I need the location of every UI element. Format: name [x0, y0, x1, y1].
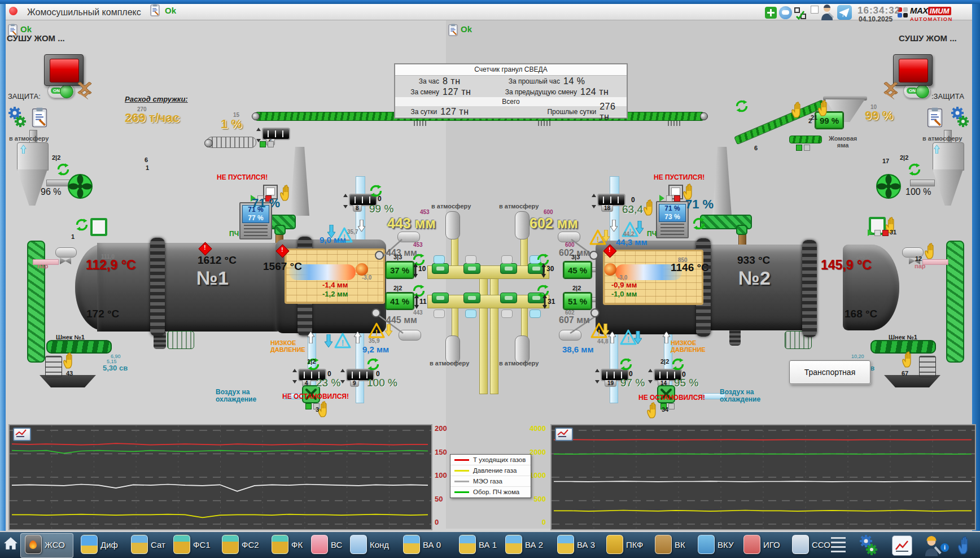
screw2-label: Шнек №1 — [889, 334, 917, 341]
axis-tick-label: 100 — [435, 472, 447, 479]
taskbar-item-ва3[interactable]: ВА 3 — [557, 535, 595, 554]
slider-5[interactable]: 5 — [262, 128, 290, 140]
hand-icon[interactable] — [901, 351, 916, 370]
axis-tick-label: 200 — [435, 425, 447, 433]
gas-valve[interactable] — [432, 293, 449, 303]
start-stop-icons[interactable] — [659, 195, 680, 202]
pressure2-value: 602 мм — [530, 216, 578, 231]
fan-duct-right — [910, 180, 935, 186]
alarm-diamond-icon: ! — [278, 246, 287, 256]
gas-valve[interactable] — [500, 293, 517, 303]
home-icon[interactable] — [3, 537, 18, 552]
hand-icon[interactable] — [817, 99, 832, 119]
status-clipboard-icon — [448, 24, 458, 38]
hand-icon[interactable] — [924, 242, 938, 261]
taskbar-item-фс1[interactable]: ФС1 — [173, 535, 211, 554]
taskbar-item-фк[interactable]: ФК — [272, 535, 303, 554]
taskbar-service-icon[interactable] — [920, 533, 943, 558]
taskbar-item-пкф[interactable]: ПКФ — [606, 535, 643, 554]
taskbar-item-ва1[interactable]: ВА 1 — [459, 535, 497, 554]
gas-valve[interactable] — [500, 263, 517, 274]
trend-settings-button[interactable] — [13, 428, 31, 441]
screw1-num: 43 — [66, 370, 73, 377]
taskbar-item-конд[interactable]: Конд — [350, 535, 389, 554]
taskbar-item-ссо[interactable]: ССО — [792, 535, 830, 554]
taskbar-item-вку[interactable]: ВКУ — [698, 535, 733, 554]
taskbar-item-жсо[interactable]: ЖСО — [25, 535, 65, 554]
settings-gears-icon[interactable] — [950, 106, 970, 131]
checkbox-icon[interactable] — [811, 6, 819, 14]
taskbar-item-фс2[interactable]: ФС2 — [222, 535, 259, 554]
report-clipboard-icon[interactable] — [927, 107, 943, 130]
gas-valve[interactable] — [463, 293, 480, 303]
axis-tick-label: 4000 — [523, 425, 546, 433]
drum2-ring — [802, 240, 817, 337]
taskbar-item-вк[interactable]: ВК — [655, 535, 685, 554]
taskbar-item-label: Конд — [370, 540, 389, 550]
alarm-not-started-left: НЕ ПУСТИЛСЯ! — [217, 174, 268, 181]
slider4-tag: 1|2 — [307, 359, 316, 365]
chat-icon[interactable] — [779, 6, 792, 19]
furnace1-dev2: -1,2 мм — [322, 290, 348, 298]
hand-icon[interactable] — [642, 199, 657, 218]
touch-hand-icon[interactable] — [956, 535, 973, 557]
taskbar-menu-icon[interactable] — [831, 537, 846, 554]
gas-valve[interactable] — [432, 263, 449, 274]
taskbar-item-icon — [173, 535, 190, 554]
logo-text-2: IMUM — [928, 7, 951, 15]
taskbar-item-иго[interactable]: ИГО — [743, 535, 780, 554]
taskbar-item-вс[interactable]: ВС — [311, 535, 342, 554]
damper2-value[interactable]: 41 % — [386, 293, 414, 309]
arrow-up-white-icon — [663, 331, 670, 346]
telegram-icon[interactable] — [837, 5, 852, 20]
trend-settings-button[interactable] — [555, 428, 573, 441]
taskbar-item-сат[interactable]: Сат — [131, 535, 165, 554]
damper3-value[interactable]: 45 % — [563, 261, 592, 278]
damper1-value[interactable]: 37 % — [386, 261, 414, 278]
add-icon[interactable] — [765, 7, 777, 19]
taskbar-item-icon — [222, 535, 239, 554]
gas-valve[interactable] — [463, 263, 480, 274]
alarm-low-pressure-left: НИЗКОЕ ДАВЛЕНИЕ — [270, 340, 305, 354]
slider8-value: 99 % — [369, 203, 393, 215]
network-ok-icon[interactable] — [794, 7, 807, 20]
counter-title: Счетчик гранул СВЕДА — [395, 64, 627, 76]
hand-icon[interactable] — [279, 184, 294, 203]
screw1-t3: 5,30 св — [103, 364, 128, 372]
taskbar-item-ва0[interactable]: ВА 0 — [403, 535, 441, 554]
transport-button[interactable]: Транспортная — [789, 360, 870, 384]
vfd-panel-right[interactable]: 71 %73 % — [656, 201, 689, 238]
slider18-value: 63,4 — [622, 204, 643, 216]
start-stop-icons[interactable] — [868, 229, 889, 236]
alarm-low-pressure-right: НИЗКОЕ ДАВЛЕНИЕ — [671, 340, 706, 354]
arrow-down-yellow-icon — [385, 324, 392, 339]
operator-icon[interactable] — [819, 3, 835, 21]
arrow-down-yellow-icon — [602, 230, 610, 245]
settings-gears-icon[interactable] — [7, 106, 27, 131]
status-ok-center: Ok — [461, 25, 472, 34]
drum1-temp-in: 112,9 °C — [86, 258, 136, 272]
slider8-zero: 0 — [378, 195, 382, 203]
report-clipboard-icon[interactable] — [32, 107, 47, 130]
hand-icon[interactable] — [62, 352, 77, 371]
status-ok-top: Ok — [165, 6, 176, 15]
hand-icon[interactable] — [790, 101, 805, 120]
taskbar-item-icon — [459, 535, 476, 554]
up-down-arrow-icon — [413, 263, 418, 280]
pit-feed-value: 99 % — [865, 109, 893, 123]
taskbar-trends-icon[interactable] — [892, 535, 912, 556]
taskbar-item-ва2[interactable]: ВА 2 — [505, 535, 543, 554]
gas-riser — [451, 237, 458, 269]
taskbar-item-диф[interactable]: Диф — [81, 535, 118, 554]
axis-tick-label: 50 — [435, 495, 443, 503]
gas-riser — [521, 307, 528, 339]
drum1-furnace-temp: 1612 °C — [198, 255, 237, 267]
valve-status-box — [434, 309, 445, 318]
conveyor-support — [538, 121, 550, 126]
chip-rate-value: 269 т/час — [125, 111, 180, 125]
taskbar-settings-icon[interactable] — [858, 534, 878, 558]
damper4-value[interactable]: 51 % — [563, 293, 592, 309]
taskbar-item-icon — [81, 535, 98, 554]
slider-18[interactable]: 18 — [597, 194, 625, 206]
vfd-label-left: ПЧ — [229, 230, 239, 238]
